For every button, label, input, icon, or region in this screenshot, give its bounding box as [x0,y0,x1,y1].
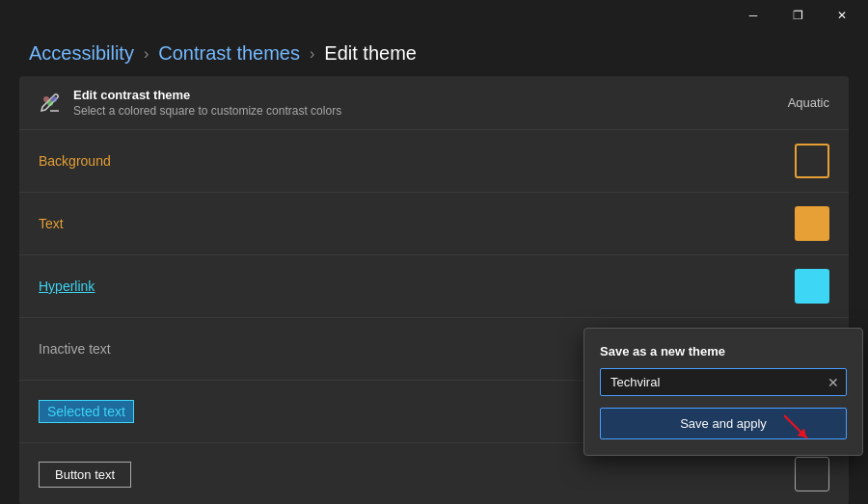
text-label: Text [39,216,64,231]
card-title: Edit contrast theme [73,88,341,102]
text-row: Text [19,193,849,255]
save-as-popup: Save as a new theme ✕ Save and apply [583,328,863,456]
breadcrumb-sep-2: › [310,45,314,63]
breadcrumb-contrast-themes[interactable]: Contrast themes [158,42,300,65]
maximize-button[interactable]: ❐ [775,0,820,31]
text-swatch[interactable] [795,206,829,241]
minimize-button[interactable]: ─ [731,0,775,31]
inactive-text-label: Inactive text [39,341,111,357]
clear-input-button[interactable]: ✕ [827,375,839,390]
breadcrumb-sep-1: › [144,45,149,63]
svg-point-2 [51,96,57,102]
edit-contrast-icon [39,92,62,115]
background-swatch[interactable] [795,144,829,178]
button-text-swatch[interactable] [795,457,829,491]
red-arrow-indicator [781,412,810,441]
card-subtitle: Select a colored square to customize con… [73,104,341,118]
breadcrumb: Accessibility › Contrast themes › Edit t… [0,31,868,76]
card-header-left: Edit contrast theme Select a colored squ… [39,88,341,118]
breadcrumb-edit-theme: Edit theme [324,42,417,65]
popup-input-wrap: ✕ [600,368,847,396]
theme-name-badge: Aquatic [788,95,829,110]
card-header-info: Edit contrast theme Select a colored squ… [73,88,341,118]
hyperlink-label[interactable]: Hyperlink [39,279,95,294]
titlebar: ─ ❐ ✕ [0,0,868,31]
breadcrumb-accessibility[interactable]: Accessibility [29,42,134,65]
popup-title: Save as a new theme [600,344,847,358]
close-button[interactable]: ✕ [820,0,864,31]
button-text-demo[interactable]: Button text [39,462,131,488]
selected-text-demo: Selected text [39,400,134,423]
background-row: Background [19,130,849,193]
background-label: Background [39,153,111,169]
card-header: Edit contrast theme Select a colored squ… [19,76,849,130]
hyperlink-swatch[interactable] [795,269,829,304]
hyperlink-row: Hyperlink [19,255,849,318]
theme-name-input[interactable] [600,368,847,396]
